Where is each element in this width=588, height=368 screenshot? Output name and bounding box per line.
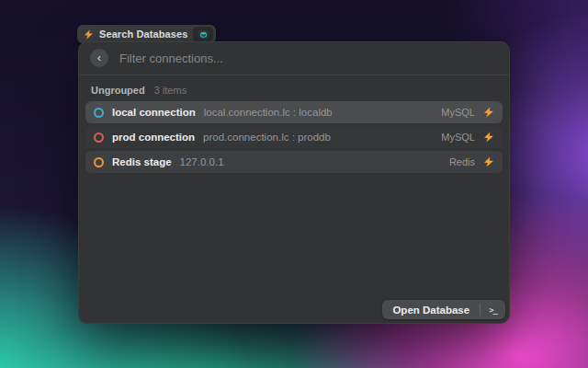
connection-subtitle: prod.connection.lc : proddb: [203, 132, 331, 143]
search-databases-panel: ‹ Ungrouped 3 items local connection loc…: [78, 41, 510, 324]
connections-list: Ungrouped 3 items local connection local…: [78, 75, 510, 324]
launcher-badge-label: Search Databases: [99, 29, 187, 40]
connection-title: local connection: [112, 107, 196, 118]
connection-db-type: MySQL: [441, 132, 475, 143]
open-database-label: Open Database: [382, 305, 480, 316]
launcher-badge[interactable]: Search Databases: [77, 25, 216, 43]
connection-subtitle: 127.0.0.1: [180, 156, 224, 167]
connection-status-icon: [94, 157, 104, 167]
connection-status-icon: [94, 132, 104, 143]
filter-connections-input[interactable]: [118, 51, 498, 66]
connection-row-local[interactable]: local connection local.connection.lc : l…: [85, 101, 503, 123]
extension-chip[interactable]: [193, 27, 213, 41]
connection-subtitle: local.connection.lc : localdb: [204, 107, 333, 118]
connection-db-type: Redis: [449, 156, 475, 167]
search-bar: ‹: [78, 41, 510, 75]
section-header: Ungrouped 3 items: [91, 85, 497, 96]
database-icon: [198, 29, 209, 40]
section-item-count: 3 items: [154, 85, 187, 96]
connection-title: prod connection: [112, 132, 195, 143]
bolt-icon: [483, 132, 494, 143]
connection-status-icon: [94, 108, 104, 118]
section-label: Ungrouped: [91, 85, 145, 96]
connection-title: Redis stage: [112, 156, 172, 167]
open-database-button[interactable]: Open Database >_: [382, 300, 505, 319]
connection-row-prod[interactable]: prod connection prod.connection.lc : pro…: [85, 126, 503, 148]
bolt-icon: [483, 156, 494, 167]
bolt-icon: [84, 29, 94, 40]
back-button[interactable]: ‹: [90, 49, 108, 67]
bolt-icon: [483, 107, 494, 118]
connection-db-type: MySQL: [441, 107, 475, 118]
connection-row-redis[interactable]: Redis stage 127.0.0.1 Redis: [85, 151, 503, 173]
terminal-key-icon: >_: [481, 305, 505, 315]
chevron-left-icon: ‹: [97, 50, 101, 66]
